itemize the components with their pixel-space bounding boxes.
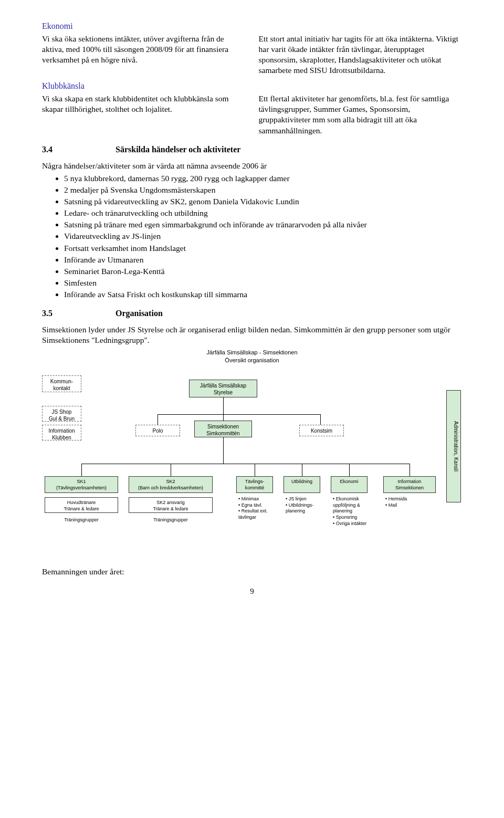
org-chart-title-line1: Järfälla Simsällskap - Simsektionen — [206, 349, 297, 355]
bullet-item: Resultat ext. tävlingar — [238, 508, 276, 520]
connector-line — [81, 464, 410, 464]
org-box-sk1-sub: Huvudtränare Tränare & ledare — [45, 497, 118, 513]
section-title-34: 3.4Särskilda händelser och aktiviteter — [42, 144, 462, 155]
connector-line — [158, 414, 158, 426]
section-heading-text: Organisation — [116, 309, 163, 318]
bullet-item: Utbildnings-planering — [286, 502, 323, 515]
bullet-item: Ekonomisk uppföljning & planering — [333, 496, 374, 515]
page-number: 9 — [42, 586, 462, 597]
bullet-item: Övriga intäkter — [333, 521, 374, 527]
org-chart-title: Järfälla Simsällskap - Simsektionen Över… — [42, 349, 462, 364]
bullet-item: Hemsida — [385, 496, 438, 502]
org-label-sk2-traningsgrupper: Träningsgrupper — [129, 517, 213, 523]
intro-paragraph: Några händelser/aktiviteter som är värda… — [42, 161, 462, 171]
org-box-simkommitten: Simsektionen Simkommittén — [194, 421, 252, 437]
bulleted-list: 5 nya klubbrekord, damernas 50 rygg, 200… — [42, 173, 462, 300]
org-box-tavlingskommitte: Tävlings- kommitté — [236, 476, 273, 493]
two-column-row: Vi ska skapa en stark klubbidentitet och… — [42, 93, 462, 136]
connector-line — [320, 414, 321, 426]
left-column-text: Vi ska öka sektionens intäkter, utöver a… — [42, 34, 246, 76]
org-box-polo: Polo — [135, 425, 180, 436]
org-box-sk2: SK2 (Barn och breddverksamheten) — [129, 476, 213, 493]
org-label-sk1-traningsgrupper: Träningsgrupper — [45, 517, 118, 523]
connector-line — [158, 414, 320, 415]
connector-line — [255, 464, 255, 476]
connector-line — [302, 464, 302, 476]
list-item: Vidareutveckling av JS-linjen — [64, 231, 462, 242]
org-box-ekonomi: Ekonomi — [331, 476, 368, 493]
org-box-utbildning: Utbildning — [284, 476, 320, 493]
list-item: Satsning på vidareutveckling av SK2, gen… — [64, 196, 462, 207]
org-chart-title-line2: Översikt organisation — [225, 357, 279, 363]
section-heading-text: Särskilda händelser och aktiviteter — [116, 145, 240, 154]
list-item: 5 nya klubbrekord, damernas 50 rygg, 200… — [64, 173, 462, 184]
org-box-information-klubben: Information Klubben — [42, 425, 81, 441]
connector-line — [349, 464, 350, 476]
connector-line — [81, 464, 82, 476]
section-heading-klubbkansla: Klubbkänsla — [42, 81, 462, 92]
list-item: Införande av Satsa Friskt och kostkunska… — [64, 289, 462, 300]
org-box-administration-kansli: Administration, Kansli — [446, 390, 461, 502]
bullet-item: Mail — [385, 502, 438, 509]
org-box-sk2-sub: SK2 ansvarig Tränare & ledare — [129, 497, 213, 513]
connector-line — [171, 464, 171, 476]
list-item: Införande av Utmanaren — [64, 255, 462, 265]
org-box-information-simsektionen: Information Simsektionen — [383, 476, 436, 493]
org-box-konstsim: Konstsim — [299, 425, 344, 436]
list-item: Seminariet Baron-Lega-Kenttä — [64, 266, 462, 277]
org-bullets-tavlingskommitte: Minimax Egna tävl. Resultat ext. tävling… — [236, 495, 278, 522]
list-item: Simfesten — [64, 278, 462, 288]
section-title-35: 3.5Organisation — [42, 308, 462, 319]
two-column-row: Vi ska öka sektionens intäkter, utöver a… — [42, 34, 462, 76]
section-heading-ekonomi: Ekonomi — [42, 21, 462, 32]
list-item: Fortsatt verksamhet inom Handslaget — [64, 243, 462, 254]
org-box-sk1: SK1 (Tävlingsverksamheten) — [45, 476, 118, 493]
section-number: 3.5 — [42, 308, 116, 319]
org-bullets-ekonomi: Ekonomisk uppföljning & planering Sponsr… — [331, 495, 376, 528]
left-column-text: Vi ska skapa en stark klubbidentitet och… — [42, 93, 246, 136]
bullet-item: JS linjen — [286, 496, 323, 502]
list-item: Satsning på tränare med egen simmarbakgr… — [64, 219, 462, 230]
section-number: 3.4 — [42, 144, 116, 155]
org-box-jsshop: JS Shop Gul & Brun — [42, 406, 81, 422]
bullet-item: Sponsring — [333, 515, 374, 521]
org-box-kommunkontakt: Kommun- kontakt — [42, 375, 81, 392]
org-bullets-utbildning: JS linjen Utbildnings-planering — [284, 495, 326, 516]
connector-line — [410, 464, 410, 476]
bullet-item: Egna tävl. — [238, 502, 276, 509]
paragraph: Simsektionen lyder under JS Styrelse och… — [42, 324, 462, 345]
bullet-item: Minimax — [238, 496, 276, 502]
org-bullets-information: Hemsida Mail — [383, 495, 440, 509]
bemanning-text: Bemanningen under året: — [42, 567, 462, 577]
list-item: Ledare- och tränarutveckling och utbildn… — [64, 208, 462, 218]
list-item: 2 medaljer på Svenska Ungdomsmästerskape… — [64, 185, 462, 195]
right-column-text: Ett stort antal initiativ har tagits för… — [259, 34, 463, 76]
right-column-text: Ett flertal aktiviteter har genomförts, … — [259, 93, 463, 136]
org-chart: Kommun- kontakt Järfälla Simsällskap Sty… — [42, 372, 462, 561]
connector-line — [223, 437, 224, 464]
org-box-styrelse: Järfälla Simsällskap Styrelse — [189, 380, 257, 397]
connector-line — [223, 397, 224, 421]
